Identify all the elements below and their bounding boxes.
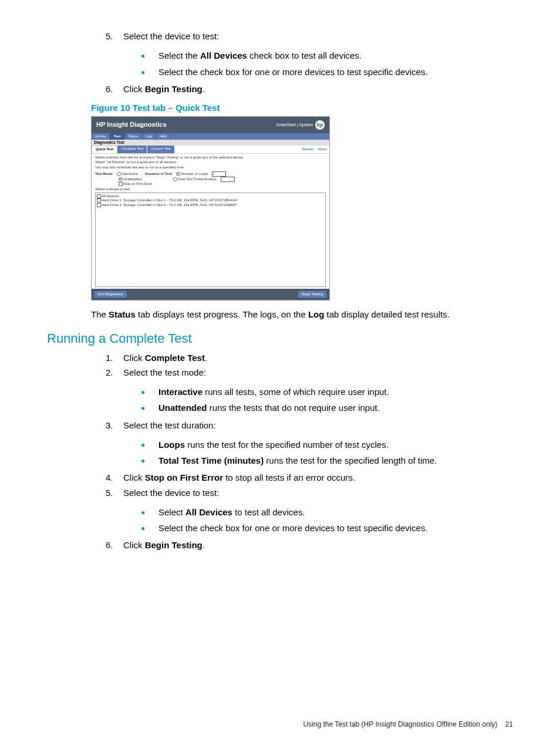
list-number: 5. <box>106 29 123 43</box>
select-device-label: Select a device to test: <box>95 187 326 191</box>
test-mode-label: Test Mode: <box>95 172 113 176</box>
device-list[interactable]: All Devices Hard Drive 1, Storage Contro… <box>95 193 326 287</box>
radio-time[interactable] <box>173 177 177 181</box>
list-item: 6. Click Begin Testing. <box>106 82 513 96</box>
bullet-icon: ● <box>141 438 158 451</box>
list-item: 5. Select the device to test: <box>106 486 513 499</box>
list-text: Select the test duration: <box>123 418 513 432</box>
list-text: Unattended runs the tests that do not re… <box>158 401 380 414</box>
list-text: Select the All Devices check box to test… <box>158 49 362 62</box>
bullet-list: ● Select All Devices to test all devices… <box>47 505 513 535</box>
ordered-list-top: 5. Select the device to test: <box>47 29 513 43</box>
list-number: 5. <box>106 486 123 499</box>
list-text: Select the test mode: <box>123 366 513 379</box>
instruction-text: Select "All Devices" to run a quick test… <box>95 160 326 164</box>
list-text: Select the check box for one or more dev… <box>158 65 428 79</box>
time-input[interactable] <box>221 177 235 182</box>
list-item: 1. Click Complete Test. <box>106 351 513 364</box>
tab-status[interactable]: Status <box>125 133 143 140</box>
body-paragraph: The Status tab displays test progress. T… <box>91 308 513 321</box>
list-text: Click Complete Test. <box>123 351 513 364</box>
list-text: Interactive runs all tests, some of whic… <box>158 385 389 399</box>
list-text: Click Begin Testing. <box>123 82 513 96</box>
hp-logo-icon: hp <box>315 120 325 130</box>
instruction-text: Select a device from the list and press … <box>95 156 326 160</box>
ordered-list-bottom: 1. Click Complete Test. 2. Select the te… <box>47 351 513 380</box>
checkbox-device[interactable] <box>97 203 101 207</box>
subtab-complete-test[interactable]: Complete Test <box>117 146 147 153</box>
bullet-icon: ● <box>141 49 158 62</box>
main-tabs: Survey Test Status Log Help <box>92 133 329 140</box>
page-footer: Using the Test tab (HP Insight Diagnosti… <box>303 720 513 728</box>
list-text: Select the device to test: <box>123 486 513 499</box>
list-text: Loops runs the test for the specified nu… <box>158 438 389 451</box>
list-number: 6. <box>106 538 123 552</box>
bullet-icon: ● <box>141 65 158 79</box>
bullet-list: ● Interactive runs all tests, some of wh… <box>47 385 513 415</box>
list-item: ● Loops runs the test for the specified … <box>141 438 513 451</box>
list-number: 2. <box>106 366 123 379</box>
checkbox-device[interactable] <box>97 198 101 202</box>
section-label: Diagnostics Test <box>92 140 329 146</box>
link-about[interactable]: About <box>318 147 327 151</box>
ordered-list-bottom: 6. Click Begin Testing. <box>47 538 513 552</box>
list-item: 2. Select the test mode: <box>106 366 513 379</box>
link-reload[interactable]: Reload <box>302 147 313 151</box>
list-number: 4. <box>106 471 123 484</box>
header-links: SmartStart | System <box>276 123 313 127</box>
list-item: ● Select the check box for one or more d… <box>141 521 513 535</box>
ordered-list-bottom: 3. Select the test duration: <box>47 418 513 432</box>
list-item: ● Interactive runs all tests, some of wh… <box>141 385 513 399</box>
list-number: 6. <box>106 82 123 96</box>
tab-test[interactable]: Test <box>110 133 125 140</box>
exit-diagnostics-button[interactable]: Exit Diagnostics <box>94 291 127 298</box>
list-text: Click Begin Testing. <box>123 538 513 552</box>
list-item: 3. Select the test duration: <box>106 418 513 432</box>
instruction-text: You may also schedule this test to run a… <box>95 166 326 170</box>
bullet-icon: ● <box>141 505 158 519</box>
radio-loops[interactable] <box>176 172 180 176</box>
list-text: Select the device to test: <box>123 29 513 43</box>
figure-caption: Figure 10 Test tab – Quick Test <box>91 103 513 113</box>
loops-input[interactable]: 1 <box>212 171 226 177</box>
ordered-list-bottom: 4. Click Stop on First Error to stop all… <box>47 471 513 499</box>
list-item: ● Select the All Devices check box to te… <box>141 49 513 62</box>
bullet-icon: ● <box>141 521 158 535</box>
tab-log[interactable]: Log <box>143 133 156 140</box>
list-item: 4. Click Stop on First Error to stop all… <box>106 471 513 484</box>
radio-unattended[interactable] <box>119 177 123 181</box>
page-number: 21 <box>505 720 513 728</box>
list-text: Click Stop on First Error to stop all te… <box>123 471 513 484</box>
sub-tabs: Quick Test Complete Test Custom Test <box>92 146 175 153</box>
list-item: 5. Select the device to test: <box>106 29 513 43</box>
begin-testing-button[interactable]: Begin Testing <box>298 291 327 298</box>
radio-interactive[interactable] <box>117 172 121 176</box>
section-heading: Running a Complete Test <box>47 331 513 346</box>
list-text: Select the check box for one or more dev… <box>158 521 428 535</box>
app-title: HP Insight Diagnostics <box>96 121 167 129</box>
list-number: 3. <box>106 418 123 432</box>
list-item: ● Select the check box for one or more d… <box>141 65 513 79</box>
ordered-list-top: 6. Click Begin Testing. <box>47 82 513 96</box>
checkbox-device[interactable] <box>97 194 101 198</box>
list-number: 1. <box>106 351 123 364</box>
bullet-list: ● Select the All Devices check box to te… <box>47 49 513 79</box>
checkbox-stop-on-error[interactable] <box>119 182 123 186</box>
bullet-list: ● Loops runs the test for the specified … <box>47 438 513 468</box>
figure-screenshot: HP Insight Diagnostics SmartStart | Syst… <box>91 116 330 301</box>
list-item: 6. Click Begin Testing. <box>106 538 513 552</box>
tab-survey[interactable]: Survey <box>92 133 110 140</box>
list-text: Total Test Time (minutes) runs the test … <box>158 454 437 467</box>
app-titlebar: HP Insight Diagnostics SmartStart | Syst… <box>92 117 329 133</box>
list-item: ● Unattended runs the tests that do not … <box>141 401 513 414</box>
bullet-icon: ● <box>141 385 158 399</box>
corner-links: Reload About <box>299 147 327 151</box>
bullet-icon: ● <box>141 454 158 467</box>
list-item: ● Select All Devices to test all devices… <box>141 505 513 519</box>
tab-help[interactable]: Help <box>156 133 171 140</box>
list-item: ● Total Test Time (minutes) runs the tes… <box>141 454 513 467</box>
subtab-custom-test[interactable]: Custom Test <box>147 146 174 153</box>
bullet-icon: ● <box>141 401 158 414</box>
list-text: Select All Devices to test all devices. <box>158 505 305 519</box>
subtab-quick-test[interactable]: Quick Test <box>92 146 117 153</box>
